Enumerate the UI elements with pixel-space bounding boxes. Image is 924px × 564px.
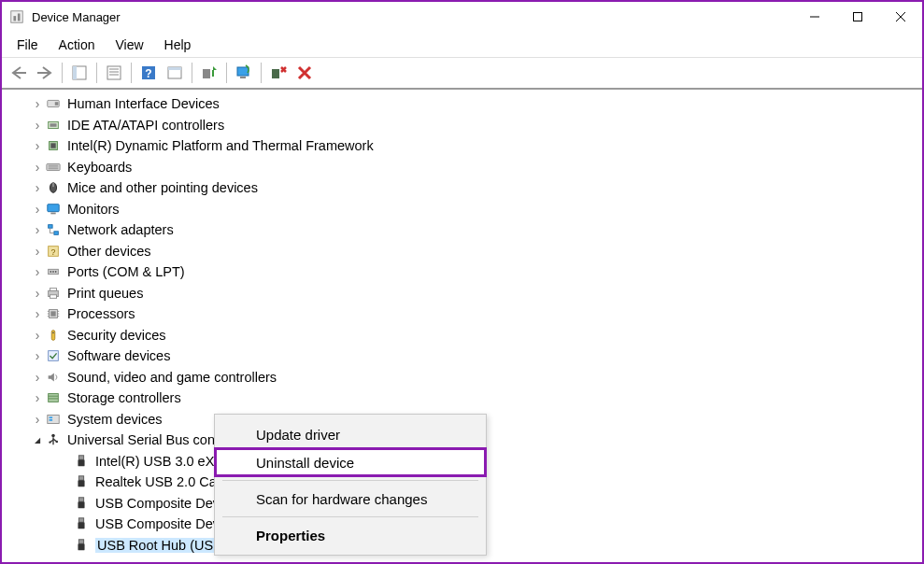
tree-category[interactable]: › Intel(R) Dynamic Platform and Thermal … [2, 135, 922, 157]
tree-label: Mice and other pointing devices [67, 180, 258, 195]
toolbar-help-button[interactable] [135, 60, 162, 86]
minimize-button[interactable] [793, 2, 836, 32]
menu-help[interactable]: Help [155, 34, 201, 56]
menu-view[interactable]: View [106, 34, 152, 56]
tree-category[interactable]: › Security devices [2, 325, 922, 346]
menubar: File Action View Help [2, 32, 922, 58]
tree-category[interactable]: › Mice and other pointing devices [2, 177, 922, 199]
printer-icon [45, 285, 62, 302]
expand-placeholder [58, 474, 73, 489]
context-scan-hardware[interactable]: Scan for hardware changes [215, 485, 486, 513]
expand-icon[interactable]: › [30, 118, 45, 133]
tree-category[interactable]: › Storage controllers [2, 388, 922, 409]
port-icon [45, 263, 62, 280]
tree-category[interactable]: › Software devices [2, 345, 922, 367]
device-manager-window: Device Manager File Action View Help [0, 0, 924, 564]
window-title: Device Manager [32, 10, 121, 24]
network-icon [45, 221, 62, 238]
expand-icon[interactable]: › [30, 390, 45, 405]
expand-icon[interactable]: › [30, 180, 45, 195]
usb-plug-icon [73, 495, 90, 512]
tree-label: Human Interface Devices [67, 96, 220, 111]
tree-label: Intel(R) USB 3.0 eXte [95, 454, 225, 469]
context-update-driver[interactable]: Update driver [215, 420, 486, 448]
usb-plug-icon [73, 515, 90, 532]
tree-label: Monitors [67, 202, 120, 217]
usb-plug-icon [73, 537, 90, 554]
tree-category[interactable]: › Monitors [2, 199, 922, 220]
usb-icon [45, 431, 62, 448]
expand-icon[interactable]: › [30, 138, 45, 153]
tree-label: Security devices [67, 328, 166, 343]
toolbar-disable-button[interactable] [291, 60, 318, 86]
tree-label: Storage controllers [67, 390, 181, 405]
tree-category[interactable]: › Keyboards [2, 157, 922, 178]
tree-label: Network adapters [67, 222, 174, 237]
svg-rect-68 [854, 13, 862, 21]
keyboard-icon [45, 159, 62, 176]
expand-icon[interactable]: › [30, 412, 45, 427]
expand-placeholder [58, 496, 73, 511]
toolbar-forward-button[interactable] [32, 60, 58, 86]
toolbar-scan-button[interactable] [231, 60, 257, 86]
expand-icon[interactable]: › [30, 264, 45, 279]
tree-label: Other devices [67, 244, 150, 259]
menu-action[interactable]: Action [50, 34, 105, 56]
close-button[interactable] [879, 2, 922, 32]
tree-category[interactable]: › Human Interface Devices [2, 93, 922, 115]
other-icon [45, 243, 62, 260]
context-separator [222, 480, 478, 481]
toolbar-separator [192, 63, 192, 83]
expand-icon[interactable]: › [30, 160, 45, 175]
expand-icon[interactable]: › [30, 222, 45, 237]
system-icon [45, 411, 62, 428]
tree-label: System devices [67, 412, 163, 427]
toolbar-action-button[interactable] [162, 60, 188, 86]
maximize-button[interactable] [836, 2, 879, 32]
tree-label: USB Composite Dev [95, 496, 220, 511]
toolbar-uninstall-button[interactable] [265, 60, 291, 86]
svg-rect-72 [73, 66, 77, 79]
svg-rect-74 [168, 67, 181, 70]
hid-icon [45, 95, 62, 112]
context-uninstall-device[interactable]: Uninstall device [215, 448, 486, 476]
window-controls [793, 2, 922, 32]
expand-placeholder [58, 454, 73, 469]
tree-category[interactable]: › IDE ATA/ATAPI controllers [2, 115, 922, 136]
tree-label: Realtek USB 2.0 Card [95, 474, 229, 489]
tree-label: Ports (COM & LPT) [67, 264, 185, 279]
tree-label: Print queues [67, 286, 143, 301]
toolbar-properties-button[interactable] [101, 60, 127, 86]
toolbar-update-driver-button[interactable] [196, 60, 222, 86]
tree-label: USB Composite Dev [95, 516, 220, 531]
tree-category[interactable]: › Processors [2, 303, 922, 325]
expand-icon[interactable]: › [30, 286, 45, 301]
expand-icon[interactable]: › [30, 306, 45, 321]
tree-category[interactable]: › Network adapters [2, 219, 922, 241]
toolbar-show-hide-button[interactable] [66, 60, 92, 86]
context-properties[interactable]: Properties [215, 521, 486, 549]
context-separator [222, 516, 478, 517]
tree-category[interactable]: › Ports (COM & LPT) [2, 261, 922, 283]
tree-label: Keyboards [67, 160, 132, 175]
expand-icon[interactable]: › [30, 244, 45, 259]
tree-category[interactable]: › Sound, video and game controllers [2, 367, 922, 388]
expand-icon[interactable]: › [30, 96, 45, 111]
expand-icon[interactable]: › [30, 370, 45, 385]
storage-icon [45, 389, 62, 406]
expand-icon[interactable]: › [30, 348, 45, 363]
toolbar-back-button[interactable] [6, 60, 32, 86]
menu-file[interactable]: File [7, 34, 48, 56]
expand-icon[interactable]: › [30, 328, 45, 343]
tree-category[interactable]: › Other devices [2, 241, 922, 262]
expand-placeholder [58, 538, 73, 553]
collapse-icon[interactable]: ◢ [30, 432, 45, 447]
usb-plug-icon [73, 473, 90, 490]
security-icon [45, 327, 62, 344]
titlebar: Device Manager [2, 2, 922, 32]
toolbar-separator [131, 63, 132, 83]
toolbar-separator [96, 63, 97, 83]
expand-icon[interactable]: › [30, 202, 45, 217]
usb-plug-icon [73, 453, 90, 470]
tree-category[interactable]: › Print queues [2, 283, 922, 304]
